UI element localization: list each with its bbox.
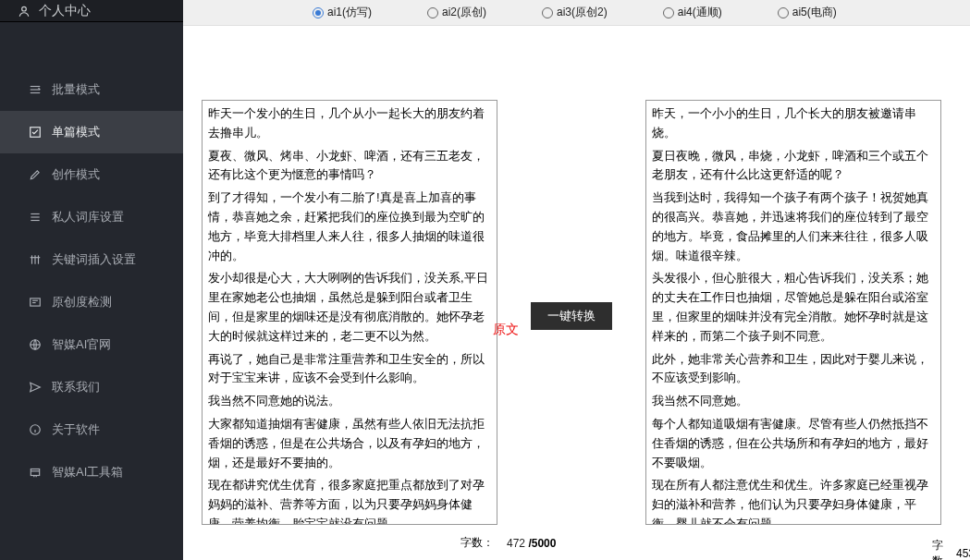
sidebar-item-label: 联系我们 [52,379,100,396]
check-icon [28,295,43,310]
sidebar: 个人中心 批量模式单篇模式创作模式私人词库设置关键词插入设置原创度检测智媒AI官… [0,0,183,560]
result-paragraph: 当我到达时，我得知一个孩子有两个孩子！祝贺她真的很高兴。恭喜她，并迅速将我们的座… [652,189,939,265]
sidebar-top[interactable]: 个人中心 [0,0,183,22]
mode-label: ai3(原创2) [557,5,608,20]
sidebar-item-8[interactable]: 关于软件 [0,408,183,451]
svg-rect-21 [31,469,39,476]
workspace: 昨天一个发小的生日，几个从小一起长大的朋友约着去撸串儿。夏夜、微风、烤串、小龙虾… [183,26,970,560]
result-paragraph: 现在所有人都注意优生和优生。许多家庭已经重视孕妇的滋补和营养，他们认为只要孕妇身… [652,476,939,524]
sidebar-item-9[interactable]: 智媒AI工具箱 [0,451,183,493]
result-paragraph: 我当然不同意她。 [652,392,939,411]
sidebar-item-4[interactable]: 关键词插入设置 [0,238,183,281]
result-char-label: 字数 [932,538,943,560]
sidebar-item-3[interactable]: 私人词库设置 [0,196,183,238]
sidebar-item-label: 创作模式 [52,166,100,183]
mode-label: ai2(原创) [442,5,486,20]
sidebar-item-label: 智媒AI官网 [52,336,111,353]
sidebar-item-label: 关于软件 [52,421,100,438]
char-label: 字数： [460,535,494,551]
radio-icon [542,7,553,18]
svg-point-0 [22,6,27,11]
mode-option-4[interactable]: ai5(电商) [778,5,837,20]
radio-icon [427,7,438,18]
sidebar-item-7[interactable]: 联系我们 [0,366,183,408]
result-textarea[interactable]: 昨天，一个小小的生日，几个长大的朋友被邀请串烧。夏日夜晚，微风，串烧，小龙虾，啤… [646,101,940,524]
globe-icon [28,337,43,352]
sidebar-top-label: 个人中心 [39,3,91,19]
source-paragraph: 到了才得知，一个发小有二胎了!真是喜上加喜的事情，恭喜她之余，赶紧把我们的座位换… [208,189,495,265]
result-paragraph: 头发很小，但心脏很大，粗心告诉我们，没关系；她的丈夫在工作日也抽烟，尽管她总是躲… [652,269,939,346]
sidebar-item-6[interactable]: 智媒AI官网 [0,323,183,366]
sidebar-item-5[interactable]: 原创度检测 [0,281,183,323]
sidebar-item-label: 单篇模式 [52,124,100,140]
source-panel: 昨天一个发小的生日，几个从小一起长大的朋友约着去撸串儿。夏夜、微风、烤串、小龙虾… [202,100,497,525]
dict-icon [28,210,43,225]
source-paragraph: 夏夜、微风、烤串、小龙虾、啤酒，还有三五老友，还有比这个更为惬意的事情吗？ [208,147,495,186]
source-charcount: 字数： 472 /5000 [460,535,556,551]
toolbox-icon [28,465,43,480]
source-paragraph: 我当然不同意她的说法。 [208,392,495,411]
info-icon [28,422,43,437]
mode-label: ai1(仿写) [327,5,372,20]
radio-icon [778,7,789,18]
source-paragraph: 现在都讲究优生优育，很多家庭把重点都放到了对孕妈妈的滋补、营养等方面，以为只要孕… [208,476,495,524]
sidebar-item-1[interactable]: 单篇模式 [0,111,183,153]
source-paragraph: 再说了，她自己是非常注重营养和卫生安全的，所以对于宝宝来讲，应该不会受到什么影响… [208,350,495,389]
sidebar-item-2[interactable]: 创作模式 [0,153,183,196]
mode-label: ai4(通顺) [678,5,722,20]
source-paragraph: 大家都知道抽烟有害健康，虽然有些人依旧无法抗拒香烟的诱惑，但是在公共场合，以及有… [208,415,495,472]
create-icon [28,167,43,182]
result-paragraph: 每个人都知道吸烟有害健康。尽管有些人仍然抵挡不住香烟的诱惑，但在公共场所和有孕妇… [652,415,939,472]
mode-option-0[interactable]: ai1(仿写) [313,5,372,20]
source-textarea[interactable]: 昨天一个发小的生日，几个从小一起长大的朋友约着去撸串儿。夏夜、微风、烤串、小龙虾… [203,101,497,524]
sidebar-item-label: 智媒AI工具箱 [52,464,123,481]
sidebar-item-label: 原创度检测 [52,294,112,310]
result-footer: 字数 453 清空 [932,535,970,560]
user-icon [17,4,31,18]
keyword-icon [28,252,43,267]
sidebar-item-0[interactable]: 批量模式 [0,68,183,111]
radio-icon [313,7,324,18]
source-max: /5000 [528,537,556,550]
result-panel: 昨天，一个小小的生日，几个长大的朋友被邀请串烧。夏日夜晚，微风，串烧，小龙虾，啤… [645,100,941,525]
result-paragraph: 昨天，一个小小的生日，几个长大的朋友被邀请串烧。 [652,104,939,143]
radio-icon [663,7,674,18]
mode-label: ai5(电商) [792,5,837,20]
result-count: 453 [956,547,970,560]
source-count: 472 [507,537,525,550]
sidebar-item-label: 关键词插入设置 [52,251,136,268]
single-icon [28,125,43,140]
send-icon [28,380,43,395]
mode-option-2[interactable]: ai3(原创2) [542,5,608,20]
main-area: ai1(仿写)ai2(原创)ai3(原创2)ai4(通顺)ai5(电商) 昨天一… [183,0,970,560]
source-paragraph: 昨天一个发小的生日，几个从小一起长大的朋友约着去撸串儿。 [208,104,495,143]
source-paragraph: 发小却很是心大，大大咧咧的告诉我们，没关系,平日里在家她老公也抽烟，虽然总是躲到… [208,269,495,346]
sidebar-item-label: 批量模式 [52,81,100,98]
mode-bar: ai1(仿写)ai2(原创)ai3(原创2)ai4(通顺)ai5(电商) [183,0,970,26]
sidebar-item-label: 私人词库设置 [52,209,124,225]
batch-icon [28,82,43,97]
result-paragraph: 此外，她非常关心营养和卫生，因此对于婴儿来说，不应该受到影响。 [652,350,939,389]
mode-option-1[interactable]: ai2(原创) [427,5,486,20]
mode-option-3[interactable]: ai4(通顺) [663,5,722,20]
result-paragraph: 夏日夜晚，微风，串烧，小龙虾，啤酒和三个或五个老朋友，还有什么比这更舒适的呢？ [652,147,939,186]
convert-button[interactable]: 一键转换 [531,302,612,330]
